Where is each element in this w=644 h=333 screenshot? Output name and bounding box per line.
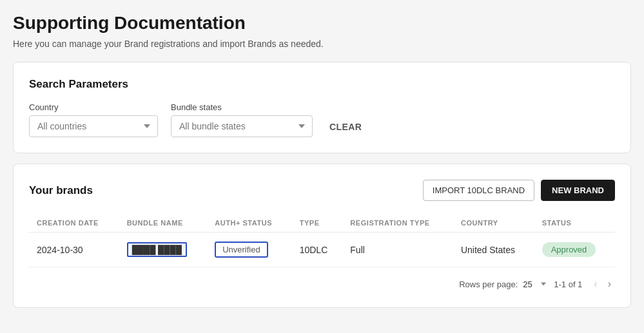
table-header-row: CREATION DATE BUNDLE NAME AUTH+ STATUS T… xyxy=(29,214,615,233)
search-row: Country All countries Bundle states All … xyxy=(29,102,615,137)
table-header: CREATION DATE BUNDLE NAME AUTH+ STATUS T… xyxy=(29,214,615,233)
pagination-range: 1-1 of 1 xyxy=(554,280,582,289)
brands-card: Your brands IMPORT 10DLC BRAND NEW BRAND… xyxy=(13,164,631,308)
col-creation-date: CREATION DATE xyxy=(29,214,119,233)
next-page-button[interactable]: › xyxy=(604,276,615,292)
new-brand-button[interactable]: NEW BRAND xyxy=(541,180,615,201)
rows-per-page-select[interactable]: 25 50 100 xyxy=(523,280,546,289)
country-field-group: Country All countries xyxy=(29,102,158,137)
table-row: 2024-10-30 ████ ████ Unverified 10DLC Fu… xyxy=(29,233,615,267)
brands-title: Your brands xyxy=(29,184,93,197)
prev-page-button[interactable]: ‹ xyxy=(590,276,601,292)
brands-btn-group: IMPORT 10DLC BRAND NEW BRAND xyxy=(423,180,615,201)
status-approved-badge: Approved xyxy=(542,242,596,257)
pagination-nav: ‹ › xyxy=(590,276,615,292)
brands-table: CREATION DATE BUNDLE NAME AUTH+ STATUS T… xyxy=(29,214,615,267)
cell-registration-type: Full xyxy=(342,233,453,267)
search-parameters-title: Search Parameters xyxy=(29,78,615,91)
brands-header: Your brands IMPORT 10DLC BRAND NEW BRAND xyxy=(29,180,615,201)
col-status: STATUS xyxy=(534,214,615,233)
cell-bundle-name: ████ ████ xyxy=(119,233,208,267)
col-auth-status: AUTH+ STATUS xyxy=(207,214,292,233)
col-country: COUNTRY xyxy=(453,214,534,233)
cell-country: United States xyxy=(453,233,534,267)
bundle-name-badge[interactable]: ████ ████ xyxy=(127,242,187,257)
bundle-states-field-group: Bundle states All bundle states xyxy=(171,102,313,137)
cell-auth-status: Unverified xyxy=(207,233,292,267)
auth-status-badge[interactable]: Unverified xyxy=(215,242,268,258)
cell-creation-date: 2024-10-30 xyxy=(29,233,119,267)
col-bundle-name: BUNDLE NAME xyxy=(119,214,208,233)
clear-button[interactable]: CLEAR xyxy=(326,117,366,137)
country-label: Country xyxy=(29,102,158,112)
table-body: 2024-10-30 ████ ████ Unverified 10DLC Fu… xyxy=(29,233,615,267)
country-select[interactable]: All countries xyxy=(29,115,158,137)
country-select-wrapper: All countries xyxy=(29,115,158,137)
page-header: Supporting Documentation Here you can ma… xyxy=(13,13,631,49)
bundle-states-label: Bundle states xyxy=(171,102,313,112)
rows-per-page-group: Rows per page: 25 50 100 xyxy=(459,280,546,289)
search-parameters-card: Search Parameters Country All countries … xyxy=(13,62,631,153)
page-title: Supporting Documentation xyxy=(13,13,631,33)
bundle-states-select-wrapper: All bundle states xyxy=(171,115,313,137)
col-type: TYPE xyxy=(292,214,343,233)
rows-per-page-wrapper: 25 50 100 xyxy=(523,280,546,289)
page-subtitle: Here you can manage your Brand registrat… xyxy=(13,39,631,49)
col-registration-type: REGISTRATION TYPE xyxy=(342,214,453,233)
cell-type: 10DLC xyxy=(292,233,343,267)
cell-status: Approved xyxy=(534,233,615,267)
import-10dlc-brand-button[interactable]: IMPORT 10DLC BRAND xyxy=(423,180,534,201)
table-footer: Rows per page: 25 50 100 1-1 of 1 ‹ › xyxy=(29,276,615,292)
bundle-states-select[interactable]: All bundle states xyxy=(171,115,313,137)
rows-per-page-label: Rows per page: xyxy=(459,280,518,289)
